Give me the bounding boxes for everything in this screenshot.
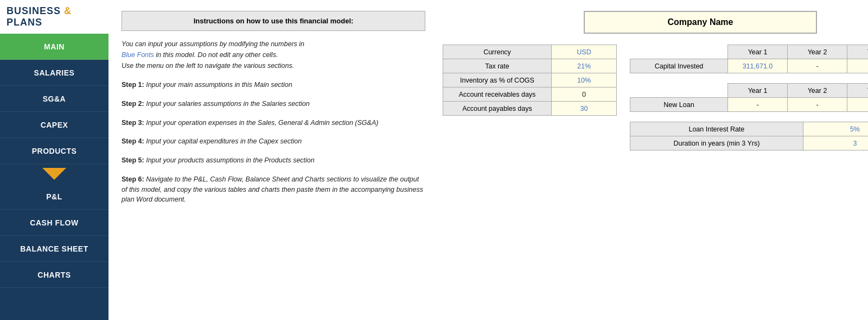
settings-section: CurrencyUSDTax rate21%Inventory as % of … (443, 45, 617, 116)
settings-label-1: Tax rate (443, 59, 552, 73)
step-2-text: Input your salaries assumptions in the S… (146, 100, 310, 108)
capital-invested-table: Year 1 Year 2 Year 3 Capital Invested 31… (630, 45, 868, 73)
loan-year2-header: Year 2 (788, 84, 847, 98)
step-5-label: Step 5: (122, 156, 144, 164)
step-1-text: Input your main assumptions in this Main… (146, 81, 292, 89)
capital-invested-y1[interactable]: 311,671.0 (728, 59, 788, 73)
step-3: Step 3: Input your operation expenses in… (122, 118, 425, 128)
instructions-body-line2: in this model. Do not edit any other cel… (154, 51, 278, 59)
settings-value-0[interactable]: USD (552, 45, 617, 59)
sidebar-item-capex[interactable]: CAPEX (0, 112, 108, 138)
right-panel: Company Name CurrencyUSDTax rate21%Inven… (443, 11, 868, 309)
sidebar: BUSINESS & PLANS MAIN SALARIES SG&A CAPE… (0, 0, 108, 320)
year3-header: Year 3 (847, 45, 869, 59)
step-4-text: Input your capital expenditures in the C… (146, 137, 302, 145)
step-2: Step 2: Input your salaries assumptions … (122, 99, 425, 109)
logo-amp: & (64, 5, 72, 16)
capital-invested-label: Capital Invested (630, 59, 728, 73)
new-loan-y1[interactable]: - (728, 98, 788, 112)
logo: BUSINESS & PLANS (7, 5, 102, 28)
right-section: Year 1 Year 2 Year 3 Capital Invested 31… (630, 45, 868, 150)
settings-table: CurrencyUSDTax rate21%Inventory as % of … (443, 45, 617, 116)
company-name: Company Name (584, 11, 817, 34)
step-1: Step 1: Input your main assumptions in t… (122, 80, 425, 90)
sidebar-item-salaries[interactable]: SALARIES (0, 60, 108, 86)
empty-cell (630, 45, 728, 59)
step-3-text: Input your operation expenses in the Sal… (146, 119, 378, 127)
instructions-panel: Instructions on how to use this financia… (122, 11, 425, 309)
loan-value-1[interactable]: 3 (803, 136, 868, 150)
settings-label-4: Account payables days (443, 102, 552, 116)
sidebar-item-pl[interactable]: P&L (0, 184, 108, 210)
step-4-label: Step 4: (122, 137, 144, 145)
sidebar-item-main[interactable]: MAIN (0, 34, 108, 60)
settings-label-3: Account receivables days (443, 87, 552, 102)
empty-cell-loan (630, 84, 728, 98)
logo-business: BUSINESS (7, 5, 64, 16)
loan-details-table: Loan Interest Rate5%Duration in years (m… (630, 122, 868, 150)
loan-label-1: Duration in years (min 3 Yrs) (630, 136, 803, 150)
sidebar-item-balancesheet[interactable]: BALANCE SHEET (0, 236, 108, 262)
logo-plans: PLANS (7, 17, 42, 28)
new-loan-y2[interactable]: - (788, 98, 847, 112)
settings-value-2[interactable]: 10% (552, 73, 617, 87)
instructions-title: Instructions on how to use this financia… (122, 11, 425, 31)
step-6-label: Step 6: (122, 175, 144, 183)
step-5: Step 5: Input your products assumptions … (122, 155, 425, 166)
settings-value-3[interactable]: 0 (552, 87, 617, 102)
sidebar-arrow (0, 164, 108, 184)
capital-invested-y3[interactable]: - (847, 59, 869, 73)
step-6: Step 6: Navigate to the P&L, Cash Flow, … (122, 174, 425, 205)
loan-value-0[interactable]: 5% (803, 122, 868, 136)
step-3-label: Step 3: (122, 119, 144, 127)
settings-value-1[interactable]: 21% (552, 59, 617, 73)
instructions-body-blue: Blue Fonts (122, 51, 154, 59)
new-loan-label: New Loan (630, 98, 728, 112)
sidebar-item-sga[interactable]: SG&A (0, 86, 108, 112)
new-loan-table: Year 1 Year 2 Year 3 New Loan - - - (630, 83, 868, 112)
sidebar-item-products[interactable]: PRODUCTS (0, 138, 108, 164)
step-4: Step 4: Input your capital expenditures … (122, 136, 425, 147)
step-5-text: Input your products assumptions in the P… (146, 156, 315, 164)
loan-year3-header: Year 3 (847, 84, 869, 98)
capital-invested-y2[interactable]: - (788, 59, 847, 73)
settings-value-4[interactable]: 30 (552, 102, 617, 116)
step-1-label: Step 1: (122, 81, 144, 89)
main-content: Instructions on how to use this financia… (108, 0, 868, 320)
sidebar-item-cashflow[interactable]: CASH FLOW (0, 210, 108, 236)
down-arrow-icon (42, 168, 66, 180)
year2-header: Year 2 (788, 45, 847, 59)
right-tables-row: CurrencyUSDTax rate21%Inventory as % of … (443, 45, 868, 150)
year1-header: Year 1 (728, 45, 788, 59)
step-6-text: Navigate to the P&L, Cash Flow, Balance … (122, 175, 423, 204)
settings-label-0: Currency (443, 45, 552, 59)
new-loan-y3[interactable]: - (847, 98, 869, 112)
instructions-body: You can input your assumptions by modify… (122, 39, 425, 71)
instructions-body-line3: Use the menu on the left to navigate the… (122, 62, 294, 70)
loan-year1-header: Year 1 (728, 84, 788, 98)
instructions-body-line1: You can input your assumptions by modify… (122, 40, 304, 48)
step-2-label: Step 2: (122, 100, 144, 108)
logo-area: BUSINESS & PLANS (0, 0, 108, 34)
loan-label-0: Loan Interest Rate (630, 122, 803, 136)
settings-label-2: Inventory as % of COGS (443, 73, 552, 87)
sidebar-item-charts[interactable]: CHARTS (0, 262, 108, 288)
